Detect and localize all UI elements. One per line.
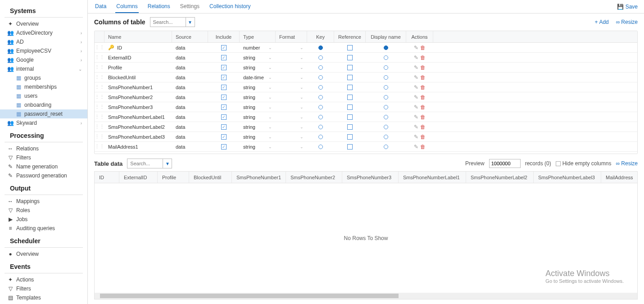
tab-data[interactable]: Data [94,0,107,13]
cell-name[interactable]: SmsPhoneNumber2 [104,95,172,100]
type-select[interactable]: string⌄ [240,114,276,120]
delete-icon[interactable]: 🗑 [420,64,426,71]
columns-search-input[interactable] [150,17,186,27]
type-select[interactable]: string⌄ [240,85,276,90]
type-select[interactable]: string⌄ [240,95,276,100]
drag-handle-icon[interactable]: ⋮⋮ [95,74,104,80]
col-header-reference[interactable]: Reference [334,31,366,42]
format-select[interactable]: ⌄ [276,65,307,70]
cell-name[interactable]: ExternalID [104,55,172,60]
edit-icon[interactable]: ✎ [414,84,418,91]
include-checkbox[interactable]: ✓ [208,134,240,140]
type-select[interactable]: string⌄ [240,104,276,110]
reference-checkbox[interactable] [334,134,366,140]
key-radio[interactable] [307,135,334,139]
data-col-smsphonenumberlabel3[interactable]: SmsPhoneNumberLabel3 [534,172,601,183]
include-checkbox[interactable]: ✓ [208,95,240,100]
col-header-include[interactable]: Include [208,31,240,42]
format-select[interactable]: ⌄ [276,135,307,139]
sidebar-item-overview[interactable]: ●Overview [0,250,87,259]
col-header-displayname[interactable]: Display name [366,31,406,42]
drag-handle-icon[interactable]: ⋮⋮ [95,144,104,150]
edit-icon[interactable]: ✎ [414,114,418,120]
sidebar-item-auditing-queries[interactable]: ≡Auditing queries [0,224,87,233]
reference-checkbox[interactable] [334,95,366,100]
sidebar-item-memberships[interactable]: ▦memberships [0,82,87,91]
table-data-search-dropdown[interactable]: ▼ [163,159,172,168]
sidebar-item-mappings[interactable]: ↔Mappings [0,197,87,206]
displayname-radio[interactable] [366,75,406,80]
include-checkbox[interactable]: ✓ [208,75,240,80]
sidebar-item-skyward[interactable]: 👥Skyward› [0,118,87,127]
delete-icon[interactable]: 🗑 [420,154,426,154]
format-select[interactable]: ⌄ [276,95,307,100]
displayname-radio[interactable] [366,105,406,109]
format-select[interactable]: ⌄ [276,55,307,60]
cell-name[interactable]: Profile [104,65,172,70]
sidebar-item-actions[interactable]: ✦Actions [0,275,87,284]
sidebar-item-overview[interactable]: ✦Overview [0,19,87,28]
key-radio[interactable] [307,85,334,90]
key-radio[interactable] [307,125,334,129]
type-select[interactable]: string⌄ [240,124,276,130]
edit-icon[interactable]: ✎ [414,154,418,154]
sidebar-item-password_reset[interactable]: ▦password_reset [0,109,87,118]
include-checkbox[interactable]: ✓ [208,45,240,50]
sidebar-item-name-generation[interactable]: ✎Name generation [0,162,87,171]
data-col-smsphonenumber2[interactable]: SmsPhoneNumber2 [286,172,342,183]
format-select[interactable]: ⌄ [276,115,307,119]
drag-handle-icon[interactable]: ⋮⋮ [95,45,104,50]
cell-name[interactable]: SmsPhoneNumberLabel1 [104,114,172,120]
sidebar-item-password-generation[interactable]: ✎Password generation [0,171,87,180]
delete-icon[interactable]: 🗑 [420,94,426,100]
edit-icon[interactable]: ✎ [414,64,418,71]
key-radio[interactable] [307,55,334,60]
type-select[interactable]: number⌄ [240,45,276,50]
reference-checkbox[interactable] [334,144,366,150]
cell-name[interactable]: BlockedUntil [104,75,172,80]
include-checkbox[interactable]: ✓ [208,124,240,130]
format-select[interactable]: ⌄ [276,85,307,90]
tab-collection-history[interactable]: Collection history [209,0,251,13]
cell-name[interactable]: SmsPhoneNumber1 [104,85,172,90]
reference-checkbox[interactable] [334,45,366,50]
cell-name[interactable]: SmsPhoneNumberLabel3 [104,134,172,140]
displayname-radio[interactable] [366,55,406,60]
edit-icon[interactable]: ✎ [414,94,418,100]
col-header-source[interactable]: Source [172,31,208,42]
key-radio[interactable] [307,115,334,119]
reference-checkbox[interactable] [334,55,366,60]
reference-checkbox[interactable] [334,124,366,130]
delete-icon[interactable]: 🗑 [420,45,426,51]
add-column-button[interactable]: + Add [594,19,608,25]
displayname-radio[interactable] [366,45,406,50]
sidebar-item-groups[interactable]: ▦groups [0,73,87,82]
data-col-profile[interactable]: Profile [158,172,189,183]
key-radio[interactable] [307,65,334,70]
displayname-radio[interactable] [366,95,406,100]
key-radio[interactable] [307,105,334,109]
drag-handle-icon[interactable]: ⋮⋮ [95,124,104,130]
sidebar-item-google[interactable]: 👥Google› [0,55,87,64]
sidebar-item-users[interactable]: ▦users [0,91,87,100]
edit-icon[interactable]: ✎ [414,45,418,51]
format-select[interactable]: ⌄ [276,45,307,50]
delete-icon[interactable]: 🗑 [420,114,426,120]
displayname-radio[interactable] [366,135,406,139]
edit-icon[interactable]: ✎ [414,74,418,81]
cell-name[interactable]: 🔑ID [104,45,172,50]
delete-icon[interactable]: 🗑 [420,124,426,130]
horizontal-scrollbar[interactable] [95,293,637,299]
key-radio[interactable] [307,145,334,149]
drag-handle-icon[interactable]: ⋮⋮ [95,64,104,70]
sidebar-item-onboarding[interactable]: ▦onboarding [0,100,87,109]
delete-icon[interactable]: 🗑 [420,134,426,140]
format-select[interactable]: ⌄ [276,145,307,149]
type-select[interactable]: string⌄ [240,144,276,150]
data-col-smsphonenumber3[interactable]: SmsPhoneNumber3 [342,172,399,183]
displayname-radio[interactable] [366,85,406,90]
col-header-actions[interactable]: Actions [406,31,433,42]
include-checkbox[interactable]: ✓ [208,144,240,150]
resize-columns-button[interactable]: ∞ Resize [616,19,638,25]
data-col-blockeduntil[interactable]: BlockedUntil [189,172,232,183]
